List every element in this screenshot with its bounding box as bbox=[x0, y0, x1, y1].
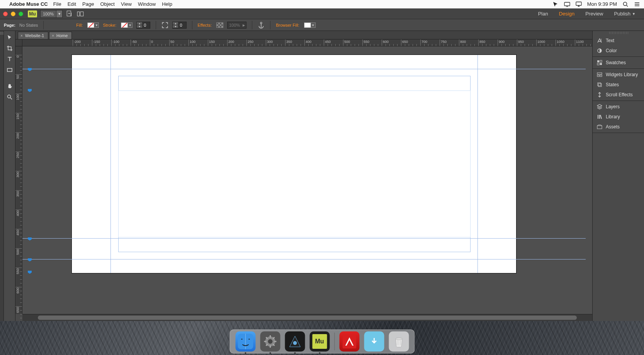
hand-tool-icon[interactable] bbox=[5, 82, 14, 90]
svg-rect-16 bbox=[600, 75, 602, 77]
dock-trash-icon[interactable] bbox=[389, 331, 409, 352]
guide-handle[interactable] bbox=[28, 271, 32, 274]
right-panel-stack: Text Color Swatches Widgets Library Stat… bbox=[592, 31, 644, 321]
guide-vertical[interactable] bbox=[477, 55, 478, 273]
rectangle-tool-icon[interactable] bbox=[5, 66, 14, 74]
menu-file[interactable]: File bbox=[53, 1, 61, 7]
zoom-level-dropdown[interactable]: 100% ▼ bbox=[40, 10, 63, 18]
svg-rect-7 bbox=[7, 68, 12, 72]
stroke-swatch[interactable]: ▼ bbox=[121, 22, 133, 28]
canvas[interactable] bbox=[22, 46, 592, 314]
states-icon bbox=[596, 82, 603, 88]
close-tab-icon[interactable]: × bbox=[52, 34, 54, 38]
vertical-ruler[interactable] bbox=[15, 46, 22, 314]
panel-color[interactable]: Color bbox=[593, 46, 644, 56]
status-airplay-icon[interactable] bbox=[576, 1, 582, 7]
spotlight-icon[interactable] bbox=[622, 1, 629, 7]
guide-handle[interactable] bbox=[28, 68, 32, 71]
dock-app-icon[interactable] bbox=[285, 331, 305, 352]
window-minimize-button[interactable] bbox=[11, 12, 15, 16]
tab-home[interactable]: ×Home bbox=[49, 32, 72, 39]
guide-horizontal[interactable] bbox=[22, 69, 586, 69]
crop-tool-icon[interactable] bbox=[5, 44, 14, 53]
guide-vertical[interactable] bbox=[110, 55, 111, 273]
guide-handle[interactable] bbox=[28, 89, 32, 92]
panel-library[interactable]: Library bbox=[593, 112, 644, 122]
panel-text[interactable]: Text bbox=[593, 36, 644, 46]
horizontal-scrollbar[interactable] bbox=[22, 314, 592, 321]
browser-fill-swatch[interactable]: ▼ bbox=[304, 22, 316, 28]
selection-tool-icon[interactable] bbox=[5, 33, 14, 42]
guide-handle[interactable] bbox=[28, 258, 32, 261]
desktop-wallpaper: Mu bbox=[0, 321, 644, 355]
panel-states[interactable]: States bbox=[593, 80, 644, 90]
svg-point-23 bbox=[268, 339, 272, 344]
canvas-area: ×Website-1 ×Home bbox=[15, 31, 592, 321]
window-close-button[interactable] bbox=[3, 12, 8, 16]
horizontal-ruler[interactable] bbox=[22, 39, 592, 46]
chevron-down-icon: ▼ bbox=[56, 10, 62, 17]
guide-handle[interactable] bbox=[28, 237, 32, 241]
panel-swatches[interactable]: Swatches bbox=[593, 58, 644, 68]
library-icon bbox=[596, 114, 603, 120]
dock-settings-icon[interactable] bbox=[260, 331, 280, 352]
svg-point-2 bbox=[624, 2, 627, 5]
app-window: Mu 100% ▼ Plan Design Preview Publish ▼ … bbox=[0, 9, 644, 321]
corner-radius-input[interactable]: ▲▼ 0 bbox=[172, 22, 186, 29]
menu-object[interactable]: Object bbox=[100, 1, 115, 7]
svg-point-8 bbox=[7, 95, 10, 98]
scroll-effects-icon bbox=[596, 92, 603, 98]
panel-grip[interactable] bbox=[608, 32, 629, 34]
zoom-value: 100% bbox=[41, 12, 56, 16]
mode-design[interactable]: Design bbox=[554, 9, 580, 19]
chevron-down-icon: ▼ bbox=[632, 12, 636, 16]
page-state-dropdown[interactable]: No States bbox=[19, 23, 38, 27]
content-box[interactable] bbox=[118, 90, 471, 237]
mode-preview[interactable]: Preview bbox=[580, 9, 608, 19]
mode-plan[interactable]: Plan bbox=[533, 9, 554, 19]
panel-layers[interactable]: Layers bbox=[593, 102, 644, 112]
anchor-icon[interactable] bbox=[258, 22, 265, 29]
guide-horizontal[interactable] bbox=[22, 259, 586, 259]
svg-rect-19 bbox=[597, 126, 602, 129]
dock-finder-icon[interactable] bbox=[235, 331, 255, 352]
left-strip bbox=[0, 31, 4, 321]
svg-point-6 bbox=[260, 22, 262, 24]
mode-publish[interactable]: Publish ▼ bbox=[608, 9, 641, 19]
panel-assets[interactable]: Assets bbox=[593, 122, 644, 132]
assets-icon bbox=[596, 124, 603, 130]
status-cursor-icon[interactable] bbox=[552, 1, 559, 7]
text-tool-icon[interactable] bbox=[5, 55, 14, 63]
stroke-weight-input[interactable]: ▲▼ 0 bbox=[136, 22, 150, 29]
color-icon bbox=[596, 48, 603, 54]
effects-swatch[interactable] bbox=[216, 22, 223, 28]
panel-scroll-effects[interactable]: Scroll Effects bbox=[593, 90, 644, 100]
menu-page[interactable]: Page bbox=[82, 1, 94, 7]
corners-icon[interactable] bbox=[161, 22, 168, 29]
opacity-input[interactable]: 100% ▶ bbox=[227, 22, 246, 29]
tab-website-1[interactable]: ×Website-1 bbox=[18, 32, 48, 39]
fill-swatch[interactable]: ▼ bbox=[87, 22, 99, 28]
svg-rect-0 bbox=[564, 2, 570, 6]
menu-view[interactable]: View bbox=[121, 1, 132, 7]
menu-help[interactable]: Help bbox=[162, 1, 172, 7]
new-page-icon[interactable] bbox=[66, 10, 73, 17]
close-tab-icon[interactable]: × bbox=[20, 34, 23, 38]
page-canvas[interactable] bbox=[72, 55, 516, 273]
svg-rect-25 bbox=[342, 335, 356, 348]
svg-rect-4 bbox=[77, 12, 80, 16]
dock-muse-icon[interactable]: Mu bbox=[309, 331, 330, 352]
ruler-origin[interactable] bbox=[15, 39, 22, 46]
menubar-clock[interactable]: Mon 9:39 PM bbox=[587, 1, 617, 7]
layout-icon[interactable] bbox=[76, 10, 84, 17]
zoom-tool-icon[interactable] bbox=[5, 93, 14, 101]
panel-widgets-library[interactable]: Widgets Library bbox=[593, 70, 644, 80]
notification-center-icon[interactable] bbox=[634, 1, 640, 7]
dock-creative-cloud-icon[interactable] bbox=[339, 331, 359, 352]
menu-edit[interactable]: Edit bbox=[68, 1, 76, 7]
menu-window[interactable]: Window bbox=[138, 1, 156, 7]
status-display-icon[interactable] bbox=[564, 1, 570, 7]
menubar-app-name[interactable]: Adobe Muse CC bbox=[9, 1, 48, 7]
dock-downloads-icon[interactable] bbox=[364, 331, 384, 352]
window-zoom-button[interactable] bbox=[19, 12, 23, 16]
